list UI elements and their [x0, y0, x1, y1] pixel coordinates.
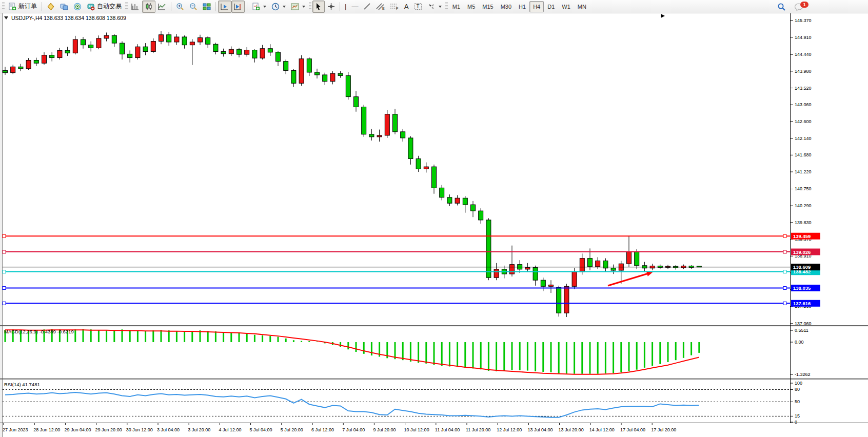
chart-shift-icon [234, 3, 242, 11]
zoom-out-button[interactable] [187, 1, 200, 13]
date-tick-label: 29 Jun 20:00 [95, 427, 122, 432]
candlestick-chart-type-button[interactable] [142, 1, 155, 13]
toolbar-grip[interactable] [2, 2, 5, 11]
candle [229, 49, 233, 54]
templates-button[interactable] [288, 1, 308, 13]
chart-shift-button[interactable] [231, 1, 245, 13]
line-handle[interactable] [783, 234, 786, 237]
price-tick-label: 140.290 [795, 203, 812, 208]
timeframe-d1-button[interactable]: D1 [544, 1, 558, 12]
separator [247, 2, 247, 11]
price-tick-label: 142.140 [795, 136, 812, 141]
price-tag: 139.026 [791, 249, 820, 255]
dropdown-arrow-icon[interactable] [263, 6, 266, 8]
timeframe-m15-button[interactable]: M15 [479, 1, 497, 12]
line-handle[interactable] [3, 250, 6, 253]
candle [50, 55, 54, 58]
price-tick-label: 137.060 [795, 321, 812, 326]
text-label-tool-button[interactable]: T [411, 1, 425, 13]
candle [424, 167, 428, 169]
date-tick-label: 27 Jun 2023 [3, 427, 28, 432]
line-handle[interactable] [3, 302, 6, 305]
line-handle[interactable] [783, 250, 786, 253]
date-tick-label: 7 Jul 04:00 [342, 427, 365, 432]
equidistant-channel-icon: E [376, 3, 385, 10]
timeframe-h4-button[interactable]: H4 [529, 1, 544, 12]
toolbar-grip[interactable] [445, 2, 448, 11]
search-icon [777, 3, 786, 11]
line-handle[interactable] [783, 302, 786, 305]
candle [486, 220, 491, 277]
cursor-tool-button[interactable] [312, 1, 325, 13]
date-tick-label: 29 Jun 04:00 [64, 427, 91, 432]
svg-text:F: F [396, 7, 398, 10]
date-tick-label: 28 Jun 12:00 [33, 427, 60, 432]
price-tick-label: 145.370 [795, 18, 812, 23]
candle [159, 35, 164, 42]
separator [42, 2, 42, 11]
price-tick-label: 143.520 [795, 86, 812, 91]
gold-diamond-icon [47, 3, 55, 11]
candle [385, 114, 389, 135]
rsi-axis-label: 80 [795, 387, 800, 392]
toolbar-grip[interactable] [125, 2, 128, 11]
trendline-tool-button[interactable] [361, 1, 373, 13]
periods-button[interactable] [269, 1, 288, 13]
tile-windows-button[interactable] [200, 1, 213, 13]
auto-scroll-button[interactable] [218, 1, 231, 13]
timeframe-m5-button[interactable]: M5 [464, 1, 479, 12]
candle [541, 280, 545, 286]
zoom-in-button[interactable] [173, 1, 187, 13]
fibonacci-tool-button[interactable]: F [387, 1, 401, 13]
line-handle[interactable] [783, 287, 786, 290]
candle [206, 37, 210, 44]
signal-button[interactable] [71, 1, 84, 13]
channel-tool-button[interactable]: E [373, 1, 387, 13]
dropdown-arrow-icon[interactable] [283, 6, 286, 8]
timeframe-w1-button[interactable]: W1 [558, 1, 574, 12]
horizontal-line-tool-button[interactable]: — [349, 1, 361, 13]
indicators-button[interactable] [249, 1, 269, 13]
bar-chart-type-button[interactable] [129, 1, 142, 13]
text-tool-button[interactable]: A [401, 1, 411, 13]
arrows-tool-button[interactable] [425, 1, 444, 13]
timeframe-m30-button[interactable]: M30 [497, 1, 515, 12]
candle [463, 198, 467, 205]
candle [174, 37, 179, 42]
charts-window-button[interactable] [57, 1, 71, 13]
date-tick-label: 11 Jul 04:00 [435, 427, 460, 432]
timeframe-mn-button[interactable]: MN [574, 1, 590, 12]
line-handle[interactable] [3, 270, 6, 273]
dropdown-arrow-icon[interactable] [439, 6, 442, 8]
search-button[interactable] [775, 1, 788, 13]
rsi-axis-label: 50 [795, 399, 800, 404]
toolbar-grip[interactable] [309, 2, 311, 11]
price-tick-label: 144.440 [795, 52, 812, 57]
auto-trading-button[interactable]: 自动交易 [84, 1, 124, 13]
candle [104, 35, 109, 38]
line-handle[interactable] [783, 270, 786, 273]
dropdown-arrow-icon[interactable] [302, 6, 305, 8]
line-handle[interactable] [3, 234, 6, 237]
line-chart-type-button[interactable] [155, 1, 169, 13]
candle [330, 73, 335, 82]
notifications-button[interactable]: 1 [792, 1, 806, 13]
date-tick-label: 17 Jul 20:00 [651, 427, 676, 432]
chart-area[interactable]: USDJPY-,H4 138.633 138.634 138.608 138.6… [0, 13, 868, 437]
candle [252, 50, 257, 58]
new-order-button[interactable]: 新订单 [6, 1, 40, 13]
chart-canvas[interactable]: USDJPY-,H4 138.633 138.634 138.608 138.6… [0, 13, 868, 437]
crosshair-tool-button[interactable] [325, 1, 338, 13]
timeframe-m1-button[interactable]: M1 [449, 1, 464, 12]
new-order-label: 新订单 [18, 2, 37, 11]
price-tick-label: 140.750 [795, 186, 812, 191]
timeframe-h1-button[interactable]: H1 [515, 1, 529, 12]
line-handle[interactable] [3, 287, 6, 290]
blue-windows-icon [60, 3, 68, 11]
candle [237, 49, 242, 54]
candle [198, 37, 203, 42]
cursor-icon [315, 3, 322, 10]
profile-button[interactable] [44, 1, 57, 13]
vertical-line-tool-button[interactable]: | [342, 1, 349, 13]
fibonacci-icon: F [390, 3, 399, 10]
